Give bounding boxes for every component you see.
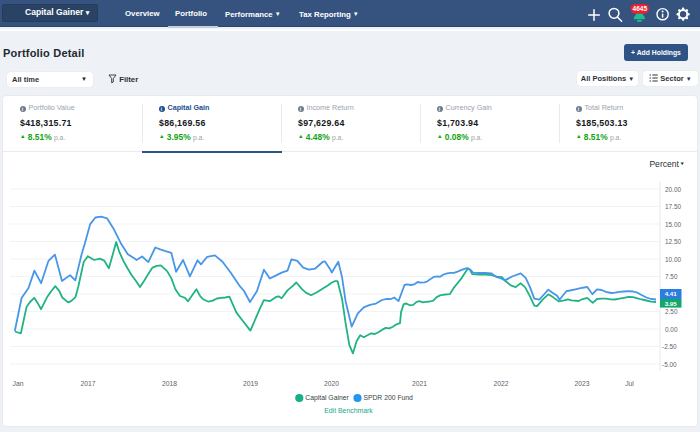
svg-text:4.41: 4.41 <box>665 290 678 297</box>
svg-text:2017: 2017 <box>80 380 95 387</box>
svg-text:12.50: 12.50 <box>665 238 681 245</box>
svg-text:3.95: 3.95 <box>665 300 678 307</box>
svg-text:Capital Gainer: Capital Gainer <box>305 394 349 402</box>
svg-text:2020: 2020 <box>324 380 339 387</box>
svg-text:2.50: 2.50 <box>665 308 678 315</box>
svg-text:Edit Benchmark: Edit Benchmark <box>324 407 373 414</box>
svg-text:0.00: 0.00 <box>665 326 678 333</box>
svg-text:-2.50: -2.50 <box>662 343 677 350</box>
svg-text:SPDR 200 Fund: SPDR 200 Fund <box>363 394 413 401</box>
svg-text:2023: 2023 <box>574 380 589 387</box>
svg-text:2021: 2021 <box>412 380 427 387</box>
svg-text:15.00: 15.00 <box>665 221 681 228</box>
svg-text:10.00: 10.00 <box>665 256 681 263</box>
svg-text:Percent: Percent <box>649 159 679 169</box>
svg-text:2018: 2018 <box>162 380 177 387</box>
svg-text:Jul: Jul <box>625 380 634 387</box>
svg-text:17.50: 17.50 <box>665 203 681 210</box>
svg-text:Jan: Jan <box>13 380 24 387</box>
svg-text:2019: 2019 <box>243 380 258 387</box>
svg-text:20.00: 20.00 <box>665 186 681 193</box>
svg-text:2022: 2022 <box>493 380 508 387</box>
svg-text:-5.00: -5.00 <box>662 361 677 368</box>
svg-text:7.50: 7.50 <box>665 273 678 280</box>
